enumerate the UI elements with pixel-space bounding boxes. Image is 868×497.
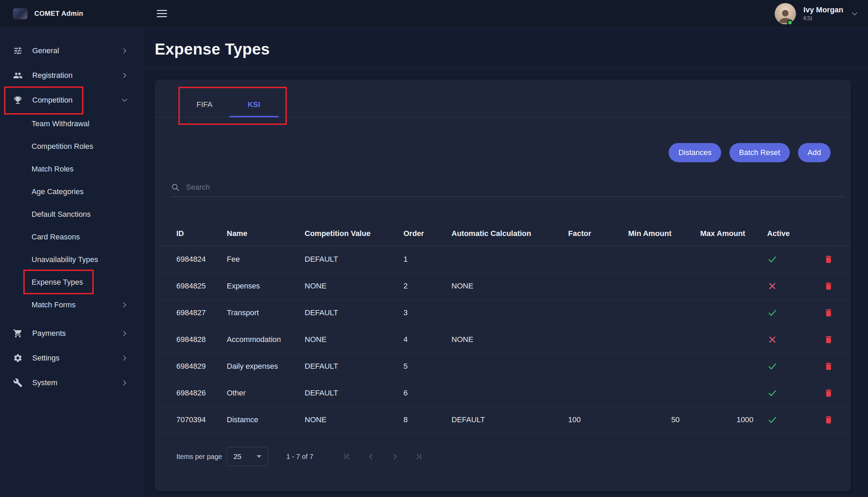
sidebar-item-match-forms[interactable]: Match Forms	[0, 294, 142, 316]
cell-name: Fee	[227, 255, 305, 264]
cell-active	[767, 334, 824, 345]
cell-active	[767, 415, 824, 425]
trash-icon	[824, 415, 833, 425]
page-header: Expense Types	[142, 27, 868, 58]
cell-competition-value: DEFAULT	[305, 362, 403, 371]
sidebar-item-default-sanctions[interactable]: Default Sanctions	[0, 203, 142, 226]
delete-button[interactable]	[824, 361, 834, 372]
title-divider	[142, 68, 868, 68]
page-size-value: 25	[233, 452, 241, 461]
sidebar-item-settings[interactable]: Settings	[0, 346, 142, 370]
sidebar-item-label: Settings	[32, 354, 60, 363]
sidebar-item-age-categories[interactable]: Age Categories	[0, 180, 142, 203]
sidebar-item-payments[interactable]: Payments	[0, 321, 142, 346]
chevron-right-icon	[121, 379, 128, 387]
active-check-icon	[767, 388, 777, 398]
online-status-dot	[787, 20, 793, 25]
column-header-id: ID	[176, 229, 227, 238]
user-org: KSI	[804, 15, 843, 22]
column-header-competition-value: Competition Value	[305, 229, 403, 238]
sidebar-item-label: Match Forms	[32, 300, 75, 309]
cell-order: 3	[403, 308, 451, 317]
user-menu[interactable]: Ivy Morgan KSI	[775, 3, 868, 24]
cell-competition-value: NONE	[305, 335, 403, 344]
trash-icon	[824, 308, 833, 318]
tab-ksi[interactable]: KSI	[229, 92, 279, 117]
cell-active	[767, 281, 824, 291]
active-cross-icon	[767, 334, 777, 345]
cell-min-amount: 50	[628, 415, 700, 424]
sidebar-item-unavailability-types[interactable]: Unavailability Types	[0, 248, 142, 271]
last-page-button[interactable]	[414, 452, 423, 461]
previous-page-button[interactable]	[366, 452, 375, 461]
active-check-icon	[767, 415, 777, 425]
search-input[interactable]	[186, 183, 844, 192]
batch-reset-button[interactable]: Batch Reset	[729, 143, 790, 162]
sidebar-item-label: Payments	[32, 329, 66, 338]
comet-logo-icon	[13, 8, 27, 19]
cell-automatic-calculation: DEFAULT	[451, 415, 568, 424]
chevron-down-icon	[121, 96, 128, 104]
sidebar-item-label: Default Sanctions	[32, 210, 91, 219]
sidebar-item-label: Team Withdrawal	[32, 119, 90, 128]
trash-icon	[824, 361, 833, 371]
items-per-page-label: Items per page	[176, 453, 222, 461]
cell-id: 6984824	[176, 255, 227, 264]
competition-submenu: Team Withdrawal Competition Roles Match …	[0, 113, 142, 316]
sidebar-item-label: Age Categories	[32, 187, 84, 196]
distances-button[interactable]: Distances	[669, 143, 721, 162]
delete-button[interactable]	[824, 414, 834, 425]
sidebar-item-expense-types[interactable]: Expense Types	[0, 271, 142, 294]
sidebar-item-label: Card Reasons	[32, 233, 80, 241]
add-button[interactable]: Add	[798, 143, 831, 162]
page-size-select[interactable]: 25	[227, 447, 268, 466]
table-body: 6984824 Fee DEFAULT 1 6984825 Expenses N…	[155, 246, 851, 433]
cell-order: 1	[403, 255, 451, 264]
delete-button[interactable]	[824, 254, 834, 265]
delete-button[interactable]	[824, 334, 834, 345]
delete-button[interactable]	[824, 307, 834, 318]
sidebar-item-team-withdrawal[interactable]: Team Withdrawal	[0, 113, 142, 135]
cell-id: 6984828	[176, 335, 227, 344]
cell-actions	[824, 254, 851, 265]
sidebar-item-label: Match Roles	[32, 165, 73, 174]
cell-order: 4	[403, 335, 451, 344]
cell-active	[767, 361, 824, 371]
cell-actions	[824, 307, 851, 318]
chevron-down-icon[interactable]	[851, 10, 858, 17]
first-page-button[interactable]	[342, 452, 351, 461]
table-row: 6984826 Other DEFAULT 6	[155, 380, 851, 406]
hamburger-menu-icon[interactable]	[157, 8, 167, 19]
cell-max-amount: 1000	[700, 415, 767, 424]
cell-name: Accommodation	[227, 335, 305, 344]
cell-actions	[824, 281, 851, 292]
caret-down-icon	[257, 455, 261, 458]
cell-actions	[824, 388, 851, 399]
cell-order: 2	[403, 282, 451, 291]
sidebar-item-card-reasons[interactable]: Card Reasons	[0, 226, 142, 248]
delete-button[interactable]	[824, 388, 834, 399]
sidebar-item-competition[interactable]: Competition	[0, 88, 142, 113]
tab-fifa[interactable]: FIFA	[180, 92, 229, 117]
sidebar-item-system[interactable]: System	[0, 370, 142, 395]
app-title: COMET Admin	[34, 10, 83, 17]
cell-competition-value: DEFAULT	[305, 308, 403, 317]
next-page-button[interactable]	[390, 452, 399, 461]
cell-automatic-calculation: NONE	[451, 282, 568, 291]
gear-icon	[13, 353, 23, 363]
delete-button[interactable]	[824, 281, 834, 292]
sidebar-item-competition-roles[interactable]: Competition Roles	[0, 135, 142, 158]
avatar	[775, 3, 796, 24]
active-check-icon	[767, 254, 777, 264]
sidebar-item-general[interactable]: General	[0, 38, 142, 63]
sidebar-item-label: Competition	[32, 96, 72, 105]
sidebar-item-registration[interactable]: Registration	[0, 63, 142, 88]
sidebar-item-match-roles[interactable]: Match Roles	[0, 158, 142, 180]
table-row: 6984828 Accommodation NONE 4 NONE	[155, 326, 851, 353]
trash-icon	[824, 334, 833, 345]
chevron-right-icon	[121, 72, 128, 79]
range-label: 1 - 7 of 7	[286, 453, 313, 461]
table-row: 6984829 Daily expenses DEFAULT 5	[155, 353, 851, 380]
table-row: 6984825 Expenses NONE 2 NONE	[155, 273, 851, 299]
sidebar-item-label: Competition Roles	[32, 142, 93, 151]
